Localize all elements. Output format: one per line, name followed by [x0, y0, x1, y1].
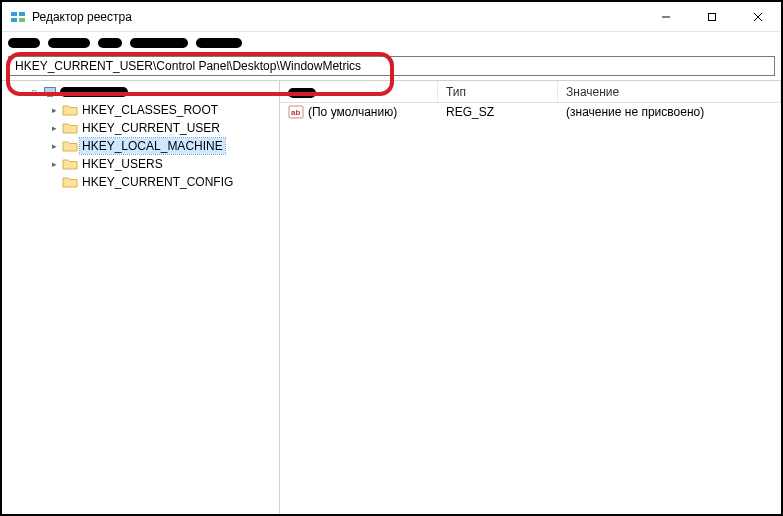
list-row[interactable]: ab (По умолчанию) REG_SZ (значение не пр… [280, 103, 781, 121]
value-list-panel: Имя Тип Значение ab [280, 81, 781, 514]
maximize-button[interactable] [689, 2, 735, 32]
address-bar[interactable] [8, 56, 775, 76]
string-value-icon: ab [288, 104, 304, 120]
tree-root-computer[interactable]: ▿ Компьютер [2, 83, 279, 101]
folder-icon [62, 175, 78, 189]
tree-item-hkcc[interactable]: HKEY_CURRENT_CONFIG [2, 173, 279, 191]
tree-item-label: HKEY_USERS [80, 156, 165, 172]
collapse-icon[interactable]: ▿ [28, 86, 40, 98]
value-type: REG_SZ [446, 105, 494, 119]
folder-icon [62, 103, 78, 117]
expand-icon[interactable]: ▸ [48, 158, 60, 170]
address-bar-container [2, 54, 781, 80]
main-split: ▿ Компьютер ▸ HKEY_CLASSES_ROOT [2, 80, 781, 514]
titlebar: Редактор реестра [2, 2, 781, 32]
list-header[interactable]: Имя Тип Значение [280, 81, 781, 103]
minimize-button[interactable] [643, 2, 689, 32]
svg-rect-9 [45, 88, 55, 93]
close-button[interactable] [735, 2, 781, 32]
svg-rect-10 [47, 95, 53, 97]
svg-rect-0 [11, 12, 17, 16]
tree-item-hkcu[interactable]: ▸ HKEY_CURRENT_USER [2, 119, 279, 137]
svg-rect-3 [19, 18, 25, 22]
svg-rect-1 [19, 12, 25, 16]
folder-icon [62, 139, 78, 153]
tree-panel[interactable]: ▿ Компьютер ▸ HKEY_CLASSES_ROOT [2, 81, 280, 514]
menu-bar[interactable] [2, 32, 781, 54]
registry-editor-window: Редактор реестра ▿ [0, 0, 783, 516]
svg-text:ab: ab [291, 108, 300, 117]
column-header-value[interactable]: Значение [558, 81, 781, 102]
tree-item-label: HKEY_LOCAL_MACHINE [80, 138, 225, 154]
window-title: Редактор реестра [32, 10, 132, 24]
expand-icon[interactable]: ▸ [48, 140, 60, 152]
tree-root-label: Компьютер [60, 84, 126, 100]
tree-item-label: HKEY_CURRENT_USER [80, 120, 222, 136]
folder-icon [62, 157, 78, 171]
tree-item-label: HKEY_CLASSES_ROOT [80, 102, 220, 118]
column-header-type[interactable]: Тип [438, 81, 558, 102]
folder-icon [62, 121, 78, 135]
value-data: (значение не присвоено) [566, 105, 704, 119]
tree-item-hkcr[interactable]: ▸ HKEY_CLASSES_ROOT [2, 101, 279, 119]
expand-icon[interactable]: ▸ [48, 122, 60, 134]
tree-item-hku[interactable]: ▸ HKEY_USERS [2, 155, 279, 173]
value-name: (По умолчанию) [308, 105, 397, 119]
list-body[interactable]: ab (По умолчанию) REG_SZ (значение не пр… [280, 103, 781, 514]
computer-icon [42, 85, 58, 99]
svg-rect-5 [709, 13, 716, 20]
expand-icon[interactable]: ▸ [48, 104, 60, 116]
tree-item-hklm[interactable]: ▸ HKEY_LOCAL_MACHINE [2, 137, 279, 155]
regedit-icon [10, 9, 26, 25]
obscured-menu-items [8, 34, 278, 52]
tree-item-label: HKEY_CURRENT_CONFIG [80, 174, 235, 190]
column-header-name[interactable]: Имя [280, 81, 438, 102]
svg-rect-2 [11, 18, 17, 22]
